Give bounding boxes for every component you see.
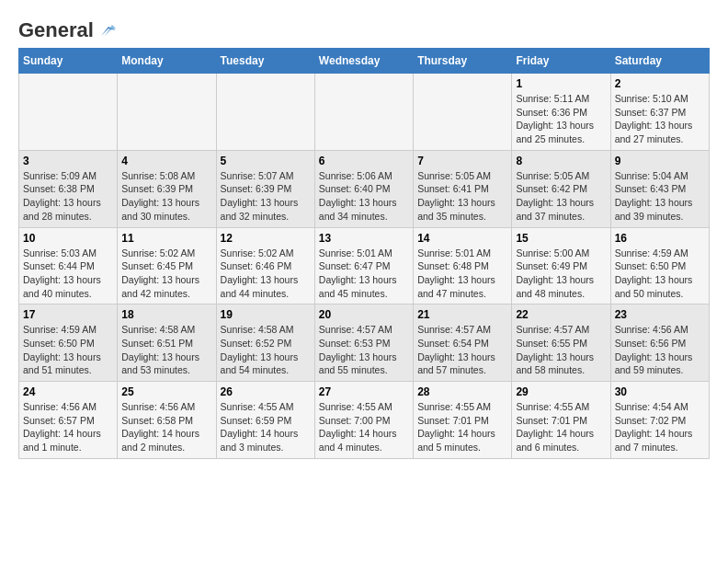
calendar-cell: 22Sunrise: 4:57 AM Sunset: 6:55 PM Dayli… — [512, 304, 610, 382]
calendar-cell: 30Sunrise: 4:54 AM Sunset: 7:02 PM Dayli… — [610, 382, 709, 459]
day-info: Sunrise: 5:04 AM Sunset: 6:43 PM Dayligh… — [615, 169, 705, 224]
day-info: Sunrise: 5:07 AM Sunset: 6:39 PM Dayligh… — [221, 169, 311, 224]
day-info: Sunrise: 4:57 AM Sunset: 6:55 PM Dayligh… — [516, 323, 606, 377]
day-info: Sunrise: 4:59 AM Sunset: 6:50 PM Dayligh… — [23, 323, 113, 377]
day-info: Sunrise: 4:56 AM Sunset: 6:57 PM Dayligh… — [23, 400, 113, 454]
day-number: 19 — [221, 308, 311, 321]
calendar-cell: 5Sunrise: 5:07 AM Sunset: 6:39 PM Daylig… — [216, 150, 314, 227]
day-number: 23 — [615, 308, 705, 321]
day-info: Sunrise: 5:09 AM Sunset: 6:38 PM Dayligh… — [23, 169, 113, 224]
day-info: Sunrise: 5:02 AM Sunset: 6:46 PM Dayligh… — [221, 247, 311, 301]
day-number: 14 — [417, 232, 507, 245]
day-info: Sunrise: 4:57 AM Sunset: 6:53 PM Dayligh… — [319, 323, 409, 377]
calendar-cell: 27Sunrise: 4:55 AM Sunset: 7:00 PM Dayli… — [314, 382, 413, 459]
day-info: Sunrise: 4:56 AM Sunset: 6:56 PM Dayligh… — [615, 323, 705, 377]
logo-general: General — [18, 18, 94, 42]
day-number: 17 — [23, 308, 113, 321]
calendar-cell — [216, 74, 314, 151]
day-number: 7 — [417, 155, 507, 167]
day-number: 11 — [121, 232, 211, 245]
day-info: Sunrise: 5:01 AM Sunset: 6:48 PM Dayligh… — [417, 247, 507, 301]
weekday-header-tuesday: Tuesday — [216, 49, 314, 74]
weekday-header-row: SundayMondayTuesdayWednesdayThursdayFrid… — [19, 49, 710, 74]
calendar-cell: 25Sunrise: 4:56 AM Sunset: 6:58 PM Dayli… — [118, 382, 216, 459]
calendar-cell: 4Sunrise: 5:08 AM Sunset: 6:39 PM Daylig… — [118, 150, 216, 227]
weekday-header-sunday: Sunday — [19, 49, 118, 74]
day-info: Sunrise: 4:57 AM Sunset: 6:54 PM Dayligh… — [417, 323, 507, 377]
calendar-cell: 11Sunrise: 5:02 AM Sunset: 6:45 PM Dayli… — [118, 227, 216, 304]
calendar-cell: 13Sunrise: 5:01 AM Sunset: 6:47 PM Dayli… — [314, 227, 413, 304]
day-number: 3 — [23, 155, 113, 167]
day-info: Sunrise: 5:01 AM Sunset: 6:47 PM Dayligh… — [319, 247, 409, 301]
calendar-week-row: 10Sunrise: 5:03 AM Sunset: 6:44 PM Dayli… — [19, 227, 710, 304]
day-number: 4 — [121, 155, 211, 167]
calendar-week-row: 3Sunrise: 5:09 AM Sunset: 6:38 PM Daylig… — [19, 150, 710, 227]
day-number: 13 — [319, 232, 409, 245]
calendar-cell: 18Sunrise: 4:58 AM Sunset: 6:51 PM Dayli… — [118, 304, 216, 382]
calendar-header: SundayMondayTuesdayWednesdayThursdayFrid… — [19, 49, 710, 74]
day-number: 9 — [615, 155, 705, 167]
day-info: Sunrise: 5:03 AM Sunset: 6:44 PM Dayligh… — [23, 247, 113, 301]
calendar-cell — [314, 74, 413, 151]
calendar-cell: 6Sunrise: 5:06 AM Sunset: 6:40 PM Daylig… — [314, 150, 413, 227]
calendar-cell: 10Sunrise: 5:03 AM Sunset: 6:44 PM Dayli… — [19, 227, 118, 304]
weekday-header-thursday: Thursday — [414, 49, 512, 74]
day-info: Sunrise: 4:56 AM Sunset: 6:58 PM Dayligh… — [121, 400, 211, 454]
day-number: 16 — [615, 232, 705, 245]
day-info: Sunrise: 4:55 AM Sunset: 7:00 PM Dayligh… — [319, 400, 409, 454]
day-info: Sunrise: 4:55 AM Sunset: 6:59 PM Dayligh… — [221, 400, 311, 454]
day-info: Sunrise: 5:05 AM Sunset: 6:42 PM Dayligh… — [516, 169, 606, 224]
calendar-cell: 24Sunrise: 4:56 AM Sunset: 6:57 PM Dayli… — [19, 382, 118, 459]
day-number: 27 — [319, 385, 409, 398]
calendar-cell: 2Sunrise: 5:10 AM Sunset: 6:37 PM Daylig… — [610, 74, 709, 151]
day-info: Sunrise: 5:06 AM Sunset: 6:40 PM Dayligh… — [319, 169, 409, 224]
logo: General — [18, 18, 116, 39]
day-number: 6 — [319, 155, 409, 167]
calendar-cell: 17Sunrise: 4:59 AM Sunset: 6:50 PM Dayli… — [19, 304, 118, 382]
day-number: 24 — [23, 385, 113, 398]
day-number: 2 — [615, 77, 705, 90]
calendar-week-row: 24Sunrise: 4:56 AM Sunset: 6:57 PM Dayli… — [19, 382, 710, 459]
day-info: Sunrise: 4:54 AM Sunset: 7:02 PM Dayligh… — [615, 400, 705, 454]
day-info: Sunrise: 4:59 AM Sunset: 6:50 PM Dayligh… — [615, 247, 705, 301]
day-info: Sunrise: 4:55 AM Sunset: 7:01 PM Dayligh… — [417, 400, 507, 454]
calendar-table: SundayMondayTuesdayWednesdayThursdayFrid… — [18, 48, 710, 459]
calendar-body: 1Sunrise: 5:11 AM Sunset: 6:36 PM Daylig… — [19, 74, 710, 459]
day-number: 20 — [319, 308, 409, 321]
day-info: Sunrise: 5:05 AM Sunset: 6:41 PM Dayligh… — [417, 169, 507, 224]
calendar-cell: 20Sunrise: 4:57 AM Sunset: 6:53 PM Dayli… — [314, 304, 413, 382]
day-info: Sunrise: 5:11 AM Sunset: 6:36 PM Dayligh… — [516, 92, 606, 146]
calendar-cell — [19, 74, 118, 151]
calendar-cell: 23Sunrise: 4:56 AM Sunset: 6:56 PM Dayli… — [610, 304, 709, 382]
day-info: Sunrise: 4:58 AM Sunset: 6:52 PM Dayligh… — [221, 323, 311, 377]
calendar-cell: 7Sunrise: 5:05 AM Sunset: 6:41 PM Daylig… — [414, 150, 512, 227]
day-number: 21 — [417, 308, 507, 321]
day-number: 1 — [516, 77, 606, 90]
day-number: 25 — [121, 385, 211, 398]
day-info: Sunrise: 4:58 AM Sunset: 6:51 PM Dayligh… — [121, 323, 211, 377]
day-number: 12 — [221, 232, 311, 245]
calendar-cell — [414, 74, 512, 151]
day-number: 10 — [23, 232, 113, 245]
calendar-cell: 29Sunrise: 4:55 AM Sunset: 7:01 PM Dayli… — [512, 382, 610, 459]
day-number: 5 — [221, 155, 311, 167]
logo-bird-icon — [96, 23, 116, 38]
day-number: 30 — [615, 385, 705, 398]
day-info: Sunrise: 5:10 AM Sunset: 6:37 PM Dayligh… — [615, 92, 705, 146]
calendar-cell: 21Sunrise: 4:57 AM Sunset: 6:54 PM Dayli… — [414, 304, 512, 382]
day-number: 28 — [417, 385, 507, 398]
calendar-cell: 14Sunrise: 5:01 AM Sunset: 6:48 PM Dayli… — [414, 227, 512, 304]
day-number: 22 — [516, 308, 606, 321]
calendar-cell: 15Sunrise: 5:00 AM Sunset: 6:49 PM Dayli… — [512, 227, 610, 304]
calendar-cell: 16Sunrise: 4:59 AM Sunset: 6:50 PM Dayli… — [610, 227, 709, 304]
calendar-cell: 26Sunrise: 4:55 AM Sunset: 6:59 PM Dayli… — [216, 382, 314, 459]
calendar-week-row: 17Sunrise: 4:59 AM Sunset: 6:50 PM Dayli… — [19, 304, 710, 382]
calendar-cell: 1Sunrise: 5:11 AM Sunset: 6:36 PM Daylig… — [512, 74, 610, 151]
calendar-week-row: 1Sunrise: 5:11 AM Sunset: 6:36 PM Daylig… — [19, 74, 710, 151]
day-info: Sunrise: 5:08 AM Sunset: 6:39 PM Dayligh… — [121, 169, 211, 224]
weekday-header-saturday: Saturday — [610, 49, 709, 74]
day-info: Sunrise: 4:55 AM Sunset: 7:01 PM Dayligh… — [516, 400, 606, 454]
day-number: 26 — [221, 385, 311, 398]
day-number: 29 — [516, 385, 606, 398]
weekday-header-monday: Monday — [118, 49, 216, 74]
